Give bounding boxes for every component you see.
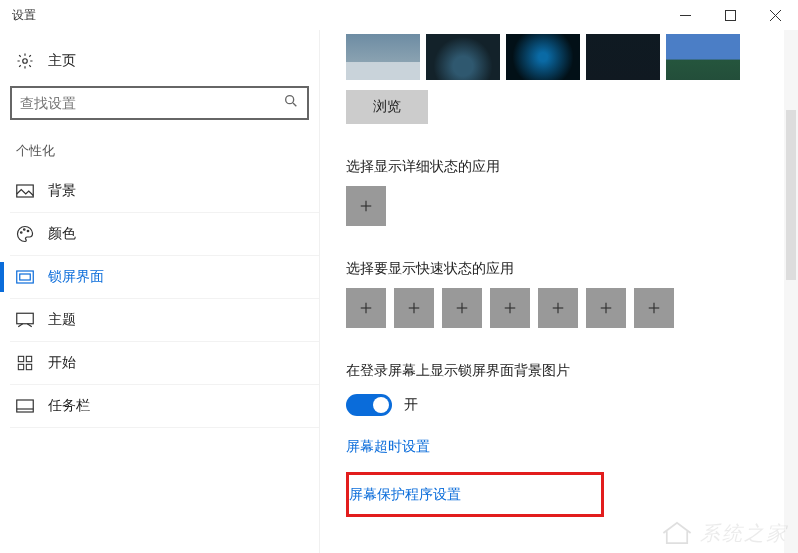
add-quick-app-button[interactable] — [442, 288, 482, 328]
svg-rect-13 — [17, 313, 34, 324]
sidebar-item-label: 任务栏 — [48, 397, 90, 415]
search-box[interactable] — [10, 86, 309, 120]
browse-button[interactable]: 浏览 — [346, 90, 428, 124]
add-detail-app-button[interactable] — [346, 186, 386, 226]
picture-icon — [16, 182, 34, 200]
sidebar-item-label: 锁屏界面 — [48, 268, 104, 286]
toggle-state-label: 开 — [404, 396, 418, 414]
plus-icon — [455, 301, 469, 315]
plus-icon — [359, 199, 373, 213]
palette-icon — [16, 225, 34, 243]
sidebar-item-lockscreen[interactable]: 锁屏界面 — [10, 256, 319, 299]
window-controls — [663, 0, 798, 30]
signin-bg-toggle[interactable] — [346, 394, 392, 416]
svg-rect-12 — [20, 274, 31, 280]
sidebar: 主页 个性化 背景 颜色 锁 — [0, 30, 320, 553]
svg-rect-14 — [18, 356, 23, 361]
svg-point-10 — [27, 230, 29, 232]
add-quick-app-button[interactable] — [634, 288, 674, 328]
svg-rect-17 — [26, 364, 31, 369]
svg-rect-16 — [18, 364, 23, 369]
sidebar-item-themes[interactable]: 主题 — [10, 299, 319, 342]
search-icon — [283, 93, 299, 113]
svg-point-5 — [286, 96, 294, 104]
plus-icon — [599, 301, 613, 315]
start-icon — [16, 354, 34, 372]
minimize-button[interactable] — [663, 0, 708, 30]
screen-timeout-link[interactable]: 屏幕超时设置 — [346, 438, 430, 456]
plus-icon — [359, 301, 373, 315]
svg-rect-15 — [26, 356, 31, 361]
thumbnail[interactable] — [346, 34, 420, 80]
detail-status-label: 选择显示详细状态的应用 — [346, 158, 778, 176]
taskbar-icon — [16, 397, 34, 415]
thumbnail-row — [346, 34, 778, 80]
add-quick-app-button[interactable] — [490, 288, 530, 328]
add-quick-app-button[interactable] — [394, 288, 434, 328]
svg-rect-1 — [726, 10, 736, 20]
svg-point-9 — [24, 229, 26, 231]
plus-icon — [503, 301, 517, 315]
plus-icon — [407, 301, 421, 315]
quick-status-label: 选择要显示快速状态的应用 — [346, 260, 778, 278]
home-label: 主页 — [48, 52, 76, 70]
sidebar-item-start[interactable]: 开始 — [10, 342, 319, 385]
sidebar-item-taskbar[interactable]: 任务栏 — [10, 385, 319, 428]
close-button[interactable] — [753, 0, 798, 30]
add-quick-app-button[interactable] — [538, 288, 578, 328]
sidebar-item-background[interactable]: 背景 — [10, 170, 319, 213]
thumbnail[interactable] — [666, 34, 740, 80]
main-panel: 浏览 选择显示详细状态的应用 选择要显示快速状态的应用 在登录屏幕上显示锁屏界面… — [320, 30, 798, 553]
maximize-button[interactable] — [708, 0, 753, 30]
signin-bg-label: 在登录屏幕上显示锁屏界面背景图片 — [346, 362, 778, 380]
plus-icon — [551, 301, 565, 315]
quick-status-row — [346, 288, 778, 328]
sidebar-item-label: 颜色 — [48, 225, 76, 243]
sidebar-item-label: 主题 — [48, 311, 76, 329]
svg-line-6 — [293, 103, 296, 106]
add-quick-app-button[interactable] — [586, 288, 626, 328]
sidebar-section-heading: 个性化 — [10, 138, 319, 170]
screensaver-settings-link[interactable]: 屏幕保护程序设置 — [349, 486, 461, 504]
home-row[interactable]: 主页 — [10, 38, 319, 86]
scrollbar-thumb[interactable] — [786, 110, 796, 280]
thumbnail[interactable] — [586, 34, 660, 80]
themes-icon — [16, 311, 34, 329]
thumbnail[interactable] — [506, 34, 580, 80]
sidebar-item-label: 开始 — [48, 354, 76, 372]
thumbnail[interactable] — [426, 34, 500, 80]
gear-icon — [16, 52, 34, 70]
svg-rect-18 — [17, 400, 34, 412]
search-input[interactable] — [20, 95, 283, 111]
svg-point-8 — [21, 232, 23, 234]
svg-point-4 — [23, 59, 28, 64]
lockscreen-icon — [16, 268, 34, 286]
highlight-box: 屏幕保护程序设置 — [346, 472, 604, 517]
scrollbar[interactable] — [784, 30, 798, 553]
sidebar-item-colors[interactable]: 颜色 — [10, 213, 319, 256]
plus-icon — [647, 301, 661, 315]
sidebar-item-label: 背景 — [48, 182, 76, 200]
add-quick-app-button[interactable] — [346, 288, 386, 328]
